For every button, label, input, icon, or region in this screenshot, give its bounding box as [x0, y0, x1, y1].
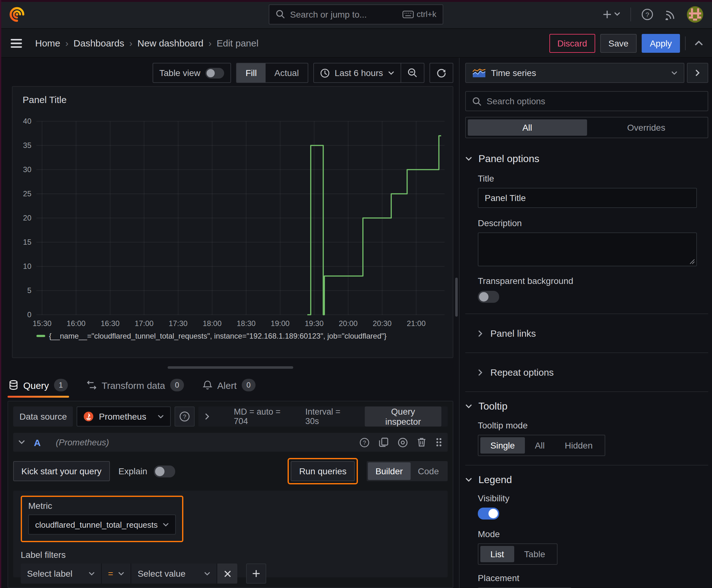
tooltip-single-option[interactable]: Single: [480, 437, 525, 454]
breadcrumb-home[interactable]: Home: [35, 38, 60, 48]
topbar-divider: [630, 7, 631, 21]
breadcrumb-new-dashboard[interactable]: New dashboard: [137, 38, 203, 48]
chart-panel[interactable]: 051015202530354015:3016:0016:3017:0017:3…: [12, 86, 453, 358]
collapse-options-button[interactable]: [694, 40, 703, 46]
chevron-down-icon: [388, 71, 394, 75]
actual-option[interactable]: Actual: [265, 63, 308, 82]
breadcrumb-bar: Home › Dashboards › New dashboard › Edit…: [0, 29, 712, 58]
explain-switch[interactable]: [153, 465, 175, 477]
query-row-header[interactable]: A (Prometheus) ?: [13, 433, 448, 452]
discard-button[interactable]: Discard: [549, 34, 595, 52]
select-value-dropdown[interactable]: Select value: [131, 564, 217, 584]
help-button[interactable]: ?: [640, 6, 655, 22]
table-view-toggle[interactable]: Table view: [153, 63, 231, 82]
kickstart-query-button[interactable]: Kick start your query: [13, 461, 110, 481]
grafana-logo-icon[interactable]: [9, 6, 25, 22]
search-icon: [276, 9, 285, 19]
chevron-down-icon: [88, 571, 95, 576]
duplicate-query-button[interactable]: [379, 437, 389, 447]
tab-transform[interactable]: Transform data 0: [85, 375, 185, 398]
datasource-help-button[interactable]: ?: [175, 406, 195, 426]
alert-count-badge: 0: [242, 379, 256, 391]
user-avatar[interactable]: [687, 6, 703, 22]
panel-options-header[interactable]: Panel options: [465, 153, 708, 165]
search-icon: [472, 97, 481, 106]
transparent-bg-label: Transparent background: [478, 276, 708, 286]
query-help-icon-button[interactable]: ?: [359, 437, 370, 447]
select-label-dropdown[interactable]: Select label: [21, 564, 101, 584]
tooltip-hidden-option[interactable]: Hidden: [555, 437, 603, 454]
panel-links-section[interactable]: Panel links: [478, 323, 708, 344]
global-search-input[interactable]: Search or jump to... ctrl+k: [269, 4, 443, 24]
code-option[interactable]: Code: [410, 462, 447, 480]
panel-title-input[interactable]: [478, 188, 697, 208]
viz-suggestions-button[interactable]: [687, 63, 708, 83]
svg-text:18:00: 18:00: [203, 319, 222, 328]
stats-md: MD = auto = 704: [234, 407, 297, 426]
screen-edge-artifact-top: [0, 0, 712, 2]
options-search-input[interactable]: Search options: [465, 91, 708, 111]
tab-alert[interactable]: Alert 0: [201, 375, 257, 398]
transform-icon: [87, 380, 97, 390]
legend-visibility-switch[interactable]: [478, 508, 499, 520]
add-new-button[interactable]: [601, 8, 622, 20]
query-editor: Data source Prometheus ? MD = auto = 704…: [7, 401, 453, 588]
run-queries-button[interactable]: Run queries: [291, 461, 355, 481]
pane-resize-handle[interactable]: [168, 366, 293, 369]
table-view-switch[interactable]: [205, 67, 224, 78]
svg-text:20: 20: [23, 214, 31, 222]
operator-dropdown[interactable]: =: [102, 564, 131, 584]
resize-corner-icon: [689, 259, 695, 265]
description-textarea[interactable]: [478, 232, 697, 266]
legend-section-header[interactable]: Legend: [465, 474, 708, 486]
metric-select[interactable]: cloudflared_tunnel_total_requests: [28, 514, 176, 534]
visual-query-builder: Metric cloudflared_tunnel_total_requests…: [13, 491, 448, 577]
chevron-down-icon: [465, 156, 472, 162]
add-filter-button[interactable]: [246, 564, 266, 584]
mega-menu-button[interactable]: [9, 37, 24, 49]
legend-list-option[interactable]: List: [480, 546, 514, 562]
tab-query[interactable]: Query 1: [7, 375, 69, 398]
help-icon: ?: [179, 411, 191, 422]
transparent-bg-switch[interactable]: [478, 291, 499, 303]
remove-filter-button[interactable]: [217, 564, 237, 584]
help-icon: ?: [641, 8, 654, 20]
breadcrumb-dashboards[interactable]: Dashboards: [73, 38, 124, 48]
toggle-visibility-button[interactable]: [397, 437, 408, 447]
grafana-app: Search or jump to... ctrl+k ?: [0, 0, 712, 588]
drag-query-handle[interactable]: [435, 437, 443, 447]
repeat-options-section[interactable]: Repeat options: [478, 362, 708, 383]
editor-tabs: Query 1 Transform data 0 Alert 0: [7, 375, 257, 398]
refresh-button[interactable]: [430, 63, 453, 82]
explain-toggle-field: Explain: [118, 465, 175, 477]
save-button[interactable]: Save: [600, 34, 637, 52]
svg-text:19:00: 19:00: [271, 319, 289, 328]
svg-text:16:30: 16:30: [101, 319, 120, 328]
prometheus-icon: [84, 412, 94, 422]
tab-overrides[interactable]: Overrides: [587, 119, 706, 136]
metric-value: cloudflared_tunnel_total_requests: [35, 520, 157, 529]
tooltip-section-header[interactable]: Tooltip: [465, 401, 708, 412]
options-filter-tabs: All Overrides: [465, 117, 708, 138]
visualization-picker[interactable]: Time series: [465, 63, 684, 83]
chevron-down-icon: [18, 440, 25, 445]
bell-icon: [203, 380, 212, 390]
apply-button[interactable]: Apply: [642, 34, 680, 52]
time-range-picker[interactable]: Last 6 hours: [314, 63, 401, 82]
tab-all-options[interactable]: All: [468, 119, 587, 136]
delete-query-button[interactable]: [417, 437, 426, 447]
news-rss-button[interactable]: [664, 7, 678, 21]
explain-label: Explain: [118, 466, 147, 476]
scrollbar-thumb[interactable]: [455, 278, 458, 317]
query-inspector-button[interactable]: Query inspector: [365, 406, 441, 426]
svg-text:0: 0: [27, 310, 31, 319]
hamburger-icon: [10, 38, 23, 48]
tooltip-all-option[interactable]: All: [525, 437, 555, 454]
legend-table-option[interactable]: Table: [514, 546, 555, 562]
zoom-out-button[interactable]: [401, 63, 424, 82]
datasource-picker[interactable]: Prometheus: [77, 406, 171, 426]
legend-mode-label: Mode: [478, 529, 708, 539]
builder-option[interactable]: Builder: [368, 462, 410, 480]
label-filters-label: Label filters: [21, 550, 440, 560]
fill-option[interactable]: Fill: [237, 63, 265, 82]
